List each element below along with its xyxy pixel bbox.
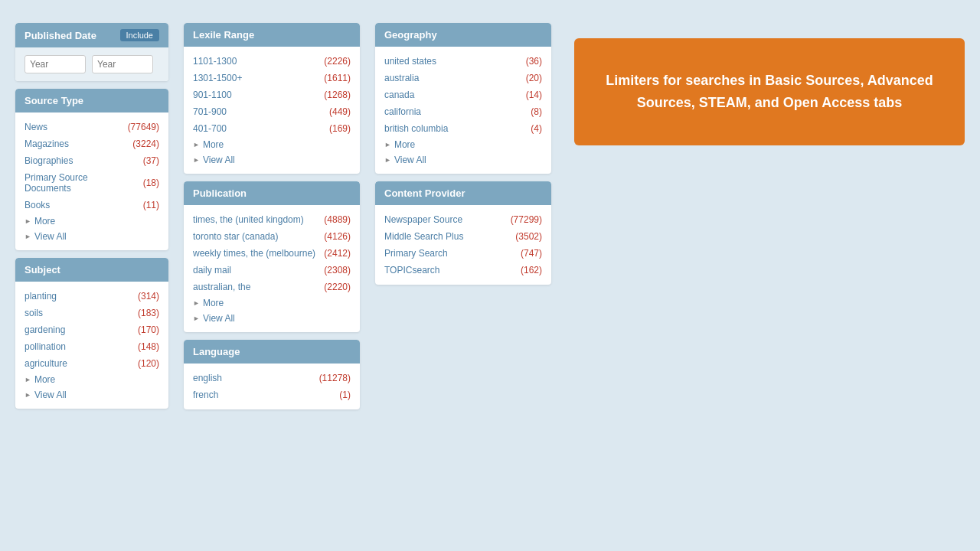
item-count: (36) [526, 56, 542, 67]
list-item[interactable]: 901-1100 (1268) [184, 86, 360, 103]
source-type-section: Source Type News (77649) Magazines (3224… [15, 89, 168, 250]
more-link[interactable]: ► More [184, 137, 360, 152]
item-label: Newspaper Source [384, 214, 505, 225]
publication-section: Publication times, the (united kingdom) … [184, 181, 360, 332]
item-label: british columbia [384, 123, 524, 134]
list-item[interactable]: united states (36) [375, 53, 551, 70]
item-count: (2226) [324, 56, 351, 67]
item-count: (4889) [324, 214, 351, 225]
more-link[interactable]: ► More [184, 295, 360, 311]
source-type-header: Source Type [15, 89, 168, 112]
content-provider-list: Newspaper Source (77299) Middle Search P… [375, 205, 551, 285]
more-link[interactable]: ► More [15, 214, 168, 229]
item-count: (4126) [324, 231, 351, 242]
list-item[interactable]: times, the (united kingdom) (4889) [184, 211, 360, 228]
subject-header: Subject [15, 258, 168, 282]
list-item[interactable]: TOPICsearch (162) [375, 262, 551, 279]
list-item[interactable]: Newspaper Source (77299) [375, 211, 551, 228]
item-count: (1268) [324, 90, 351, 100]
item-label: Biographies [24, 155, 137, 166]
item-label: california [384, 106, 524, 117]
item-count: (169) [329, 123, 351, 134]
source-type-label: Source Type [24, 95, 83, 106]
list-item[interactable]: planting (314) [15, 288, 168, 305]
list-item[interactable]: 1101-1300 (2226) [184, 53, 360, 70]
list-item[interactable]: 701-900 (449) [184, 103, 360, 120]
list-item[interactable]: australia (20) [375, 70, 551, 86]
list-item[interactable]: english (11278) [184, 370, 360, 386]
view-all-link[interactable]: ► View All [184, 152, 360, 168]
list-item[interactable]: toronto star (canada) (4126) [184, 228, 360, 245]
list-item[interactable]: 1301-1500+ (1611) [184, 70, 360, 86]
more-label: More [203, 139, 224, 150]
view-all-link[interactable]: ► View All [15, 387, 168, 403]
list-item[interactable]: british columbia (4) [375, 120, 551, 137]
far-right-column: Limiters for searches in Basic Sources, … [567, 23, 965, 145]
list-item[interactable]: Primary Source Documents (18) [15, 169, 168, 197]
language-section: Language english (11278) french (1) [184, 340, 360, 409]
list-item[interactable]: Magazines (3224) [15, 135, 168, 152]
list-item[interactable]: french (1) [184, 386, 360, 403]
item-label: weekly times, the (melbourne) [193, 248, 318, 259]
view-all-link[interactable]: ► View All [184, 311, 360, 326]
item-label: soils [24, 308, 132, 318]
year-from-input[interactable] [24, 55, 86, 73]
list-item[interactable]: 401-700 (169) [184, 120, 360, 137]
year-inputs-container [15, 47, 168, 81]
item-count: (4) [531, 123, 542, 134]
include-button[interactable]: Include [120, 29, 159, 41]
item-label: gardening [24, 324, 132, 335]
list-item[interactable]: Primary Search (747) [375, 245, 551, 262]
item-label: united states [384, 56, 520, 67]
list-item[interactable]: agriculture (120) [15, 355, 168, 372]
list-item[interactable]: News (77649) [15, 119, 168, 135]
item-label: toronto star (canada) [193, 231, 318, 242]
list-item[interactable]: pollination (148) [15, 338, 168, 355]
arrow-right-icon: ► [193, 156, 200, 164]
list-item[interactable]: soils (183) [15, 305, 168, 321]
view-all-link[interactable]: ► View All [15, 229, 168, 244]
arrow-right-icon: ► [193, 315, 200, 322]
item-count: (449) [329, 106, 351, 117]
year-to-input[interactable] [92, 55, 153, 73]
item-count: (20) [526, 73, 542, 83]
list-item[interactable]: daily mail (2308) [184, 262, 360, 279]
list-item[interactable]: california (8) [375, 103, 551, 120]
more-link[interactable]: ► More [375, 137, 551, 152]
arrow-right-icon: ► [193, 299, 200, 307]
geography-header: Geography [375, 23, 551, 47]
view-all-label: View All [203, 313, 235, 324]
list-item[interactable]: gardening (170) [15, 321, 168, 338]
arrow-right-icon: ► [24, 233, 31, 240]
list-item[interactable]: canada (14) [375, 86, 551, 103]
list-item[interactable]: Books (11) [15, 197, 168, 214]
lexile-range-list: 1101-1300 (2226) 1301-1500+ (1611) 901-1… [184, 47, 360, 174]
published-date-header: Published Date Include [15, 23, 168, 47]
view-all-label: View All [34, 390, 67, 400]
more-link[interactable]: ► More [15, 372, 168, 387]
more-label: More [203, 298, 224, 308]
item-label: Primary Search [384, 248, 514, 259]
item-count: (77649) [128, 122, 159, 132]
middle-column: Lexile Range 1101-1300 (2226) 1301-1500+… [184, 23, 360, 409]
view-all-label: View All [394, 155, 426, 165]
info-box-text: Limiters for searches in Basic Sources, … [593, 70, 946, 114]
item-label: french [193, 390, 333, 400]
item-count: (3502) [515, 231, 542, 242]
item-label: daily mail [193, 265, 318, 276]
item-count: (183) [138, 308, 159, 318]
item-label: australia [384, 73, 520, 83]
arrow-right-icon: ► [193, 141, 200, 148]
list-item[interactable]: weekly times, the (melbourne) (2412) [184, 245, 360, 262]
right-column: Geography united states (36) australia (… [375, 23, 551, 285]
arrow-right-icon: ► [24, 376, 31, 383]
more-label: More [394, 139, 415, 150]
list-item[interactable]: australian, the (2220) [184, 279, 360, 295]
geography-label: Geography [384, 29, 437, 41]
view-all-link[interactable]: ► View All [375, 152, 551, 168]
item-label: planting [24, 291, 132, 302]
lexile-range-header: Lexile Range [184, 23, 360, 47]
subject-label: Subject [24, 264, 60, 276]
list-item[interactable]: Biographies (37) [15, 152, 168, 169]
list-item[interactable]: Middle Search Plus (3502) [375, 228, 551, 245]
